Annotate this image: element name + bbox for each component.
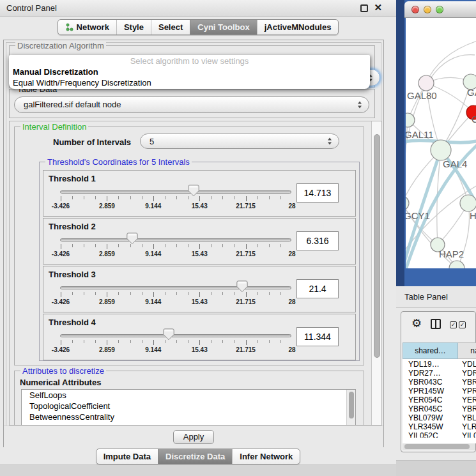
control-panel: Control Panel ✕ Network Style Select Cyn… xyxy=(0,0,396,476)
slider-thumb[interactable] xyxy=(163,328,174,341)
slider-thumb[interactable] xyxy=(236,280,248,293)
network-node[interactable] xyxy=(449,261,464,268)
table-row[interactable]: YBR045C YBR0 xyxy=(403,404,476,413)
dropdown-option-equal-width[interactable]: Equal Width/Frequency Discretization xyxy=(9,77,370,88)
slider-thumb[interactable] xyxy=(127,233,138,245)
tick-label: 9.144 xyxy=(145,298,161,305)
table-panel-title: Table Panel xyxy=(396,286,476,308)
slider-thumb[interactable] xyxy=(188,185,199,197)
threshold-label: Threshold 2 xyxy=(49,222,96,231)
cell-name[interactable]: YPR1 xyxy=(457,387,476,395)
network-window-titlebar[interactable] xyxy=(404,1,476,18)
zoom-traffic-light[interactable] xyxy=(436,6,443,13)
slider-track[interactable] xyxy=(60,190,291,194)
table-data-combobox[interactable]: galFiltered.sif default node xyxy=(14,96,369,113)
close-traffic-light[interactable] xyxy=(411,6,419,13)
table-row[interactable]: YBR043C YBR0 xyxy=(403,378,476,387)
threshold-value-field[interactable]: 6.316 xyxy=(296,231,339,250)
top-tabbar: Network Style Select Cyni Toolbox jActiv… xyxy=(0,19,396,35)
scrollbar-thumb[interactable] xyxy=(349,392,354,418)
tick-label: 9.144 xyxy=(145,250,161,257)
scrollbar-thumb[interactable] xyxy=(374,134,380,358)
cell-name[interactable]: YBR0 xyxy=(457,404,476,413)
cell-name[interactable]: YER0 xyxy=(457,395,476,404)
number-of-intervals-spinner[interactable]: 5 xyxy=(140,134,339,149)
table-row[interactable]: YPR145W YPR1 xyxy=(403,387,476,395)
table-row[interactable]: YIL052C YIL0 xyxy=(403,431,476,438)
vertical-scrollbar[interactable] xyxy=(371,121,382,425)
window-shadow xyxy=(396,0,404,288)
cell-name[interactable]: YBL0 xyxy=(457,413,476,422)
panel-footer: Apply xyxy=(4,426,383,447)
numerical-attributes-list: SelfLoopsTopologicalCoefficientBetweenne… xyxy=(21,389,356,426)
checkbox-icon[interactable]: ✓ xyxy=(459,321,466,328)
float-window-icon[interactable] xyxy=(360,4,368,12)
table-row[interactable]: YBL079W YBL0 xyxy=(403,413,476,422)
threshold-value-field[interactable]: 21.4 xyxy=(296,279,339,298)
table-row[interactable]: YER054C YER0 xyxy=(403,395,476,404)
numerical-attributes-label: Numerical Attributes xyxy=(20,378,101,387)
slider-major-ticks xyxy=(61,196,292,201)
cell-shared-name[interactable]: YDR27… xyxy=(403,369,457,378)
tab-select[interactable]: Select xyxy=(151,20,190,35)
network-desktop: GAL80 GAL11 GAL4 GCY1 HAP2 GA C H xyxy=(396,0,476,288)
attribute-list-item[interactable]: BetweennessCentrality xyxy=(22,411,355,422)
network-canvas[interactable]: GAL80 GAL11 GAL4 GCY1 HAP2 GA C H xyxy=(406,18,476,268)
cell-shared-name[interactable]: YDL19… xyxy=(403,360,457,369)
slider-track[interactable] xyxy=(60,238,291,242)
interval-definition-groupbox: Interval Definition Number of Intervals … xyxy=(14,127,364,365)
tab-discretize-data[interactable]: Discretize Data xyxy=(158,449,232,464)
attribute-list-item[interactable]: TopologicalCoefficient xyxy=(22,401,355,411)
table-row[interactable]: YLR345W YLR3 xyxy=(403,422,476,431)
gear-icon[interactable]: ⚙ xyxy=(411,316,422,330)
algorithm-dropdown-popup: Select algorithm to view settings Manual… xyxy=(9,55,370,89)
threshold-value-field[interactable]: 14.713 xyxy=(296,183,339,203)
cell-name[interactable]: YLR3 xyxy=(457,422,476,431)
tab-label: Impute Data xyxy=(104,449,151,464)
table-data-value: galFiltered.sif default node xyxy=(15,97,369,112)
tab-network[interactable]: Network xyxy=(58,20,116,35)
network-node[interactable] xyxy=(406,196,409,210)
tab-cyni-toolbox[interactable]: Cyni Toolbox xyxy=(190,20,256,35)
cell-name[interactable]: YDL1 xyxy=(457,360,476,369)
network-node[interactable] xyxy=(418,75,434,91)
cell-shared-name[interactable]: YER054C xyxy=(403,395,457,404)
cell-shared-name[interactable]: YBL079W xyxy=(403,413,457,422)
column-header-shared-name[interactable]: shared… xyxy=(403,342,458,359)
cell-name[interactable]: YDR2 xyxy=(457,369,476,378)
threshold-label: Threshold 1 xyxy=(49,174,96,183)
thresholds-groupbox: Threshold's Coordinates for 5 Intervals … xyxy=(39,162,360,361)
cell-shared-name[interactable]: YPR145W xyxy=(403,387,457,395)
slider-track[interactable] xyxy=(60,286,291,289)
tab-label: jActiveMNodules xyxy=(265,20,332,35)
list-scrollbar[interactable] xyxy=(346,390,355,426)
tab-impute-data[interactable]: Impute Data xyxy=(96,449,158,464)
close-icon[interactable]: ✕ xyxy=(374,2,382,13)
tab-infer-network[interactable]: Infer Network xyxy=(232,449,300,464)
minimize-traffic-light[interactable] xyxy=(424,6,431,13)
cell-shared-name[interactable]: YBR045C xyxy=(403,404,457,413)
threshold-value-field[interactable]: 11.344 xyxy=(296,327,339,346)
cell-shared-name[interactable]: YBR043C xyxy=(403,378,457,387)
network-node[interactable] xyxy=(460,195,476,211)
attribute-list-item[interactable]: SelfLoops xyxy=(22,390,355,401)
cell-name[interactable]: YIL0 xyxy=(457,431,476,438)
cell-shared-name[interactable]: YLR345W xyxy=(403,422,457,431)
scrollbar-thumb[interactable] xyxy=(404,444,470,449)
cell-name[interactable]: YBR0 xyxy=(457,378,476,387)
slider-track[interactable] xyxy=(60,334,291,337)
bottom-tabbar: Impute Data Discretize Data Infer Networ… xyxy=(0,449,396,464)
tab-jactivemnodules[interactable]: jActiveMNodules xyxy=(257,20,339,35)
dropdown-option-manual[interactable]: Manual Discretization xyxy=(9,66,370,77)
checkbox-icon[interactable]: ✓ xyxy=(450,321,457,328)
table-row[interactable]: YDR27… YDR2 xyxy=(403,369,476,378)
tick-label: 2.859 xyxy=(99,346,115,353)
split-view-icon[interactable] xyxy=(431,319,441,329)
column-header-name[interactable]: na xyxy=(458,342,476,359)
cell-shared-name[interactable]: YIL052C xyxy=(403,431,457,438)
table-row[interactable]: YDL19… YDL1 xyxy=(403,360,476,369)
horizontal-scrollbar[interactable] xyxy=(403,443,475,450)
tab-style[interactable]: Style xyxy=(116,20,151,35)
apply-button[interactable]: Apply xyxy=(173,430,214,444)
network-node[interactable] xyxy=(431,140,451,160)
